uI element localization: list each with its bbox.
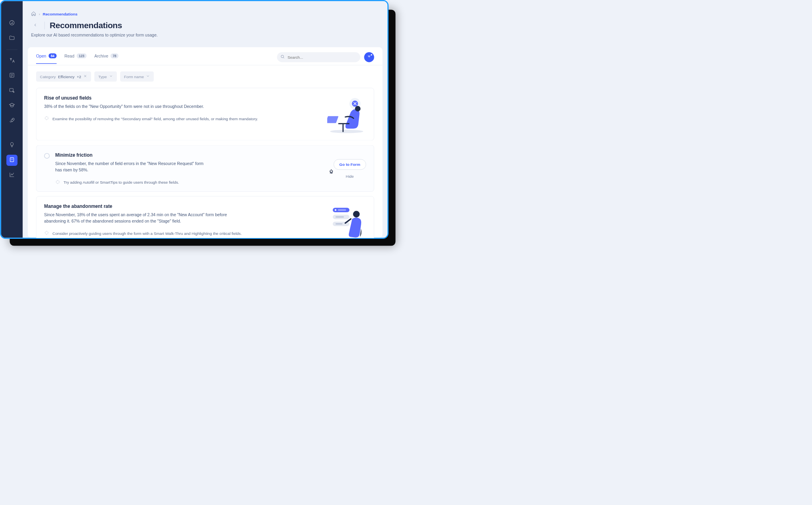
calculator-icon	[9, 157, 15, 164]
go-to-form-button[interactable]: Go to Form	[333, 159, 366, 170]
lightbulb-icon	[9, 142, 15, 149]
svg-point-30	[335, 209, 336, 211]
chevron-right-icon: ›	[39, 12, 40, 16]
svg-point-36	[353, 211, 360, 217]
card-description: Since November, 18% of the users spent a…	[44, 211, 238, 224]
card-suggestion: Examine the possibility of removing the …	[44, 115, 319, 121]
page-title: Recommendations	[50, 21, 122, 31]
filter-chip-type[interactable]: Type	[94, 71, 117, 82]
search-box	[277, 52, 360, 62]
indicator-dot	[371, 54, 372, 56]
breadcrumb-home[interactable]	[31, 11, 36, 17]
sidebar-item-rocket[interactable]	[6, 115, 17, 127]
card-title: Rise of unused fields	[44, 95, 319, 101]
card-content: Rise of unused fields 38% of the fields …	[44, 95, 319, 134]
tab-badge: 123	[77, 53, 86, 58]
svg-rect-26	[327, 116, 338, 123]
tab-badge: 84	[48, 53, 57, 58]
hide-link[interactable]: Hide	[346, 174, 354, 179]
chip-label: Type	[98, 74, 107, 79]
tab-open[interactable]: Open 84	[36, 53, 57, 64]
folder-icon	[9, 35, 15, 42]
card-description: Since November, the number of field erro…	[55, 160, 211, 173]
rocket-icon	[9, 117, 15, 124]
sparkle-icon	[44, 230, 49, 236]
list-icon	[9, 72, 15, 79]
svg-point-0	[10, 21, 14, 25]
svg-rect-8	[10, 157, 14, 161]
svg-rect-31	[338, 209, 346, 211]
tab-label: Archive	[94, 54, 108, 58]
tabs-row: Open 84 Read 123 Archive 78	[28, 47, 383, 65]
header-area: › Recommendations Recommendations Explor…	[23, 1, 387, 42]
sidebar-item-folder[interactable]	[6, 33, 17, 44]
content-panel: Open 84 Read 123 Archive 78	[28, 47, 383, 238]
search-input[interactable]	[277, 52, 360, 62]
back-button[interactable]	[31, 21, 39, 30]
svg-line-14	[283, 58, 284, 58]
sidebar-item-education[interactable]	[6, 100, 17, 111]
filter-chip-form-name[interactable]: Form name	[120, 71, 154, 82]
svg-point-7	[12, 119, 13, 120]
search-area	[277, 52, 374, 65]
card-illustration	[324, 204, 366, 238]
chevron-down-icon	[146, 74, 150, 79]
divider	[44, 22, 45, 30]
svg-rect-28	[343, 124, 344, 132]
sidebar-item-translate[interactable]	[6, 55, 17, 66]
sidebar	[1, 1, 23, 238]
filter-button[interactable]	[364, 52, 374, 62]
home-icon	[31, 13, 36, 17]
search-icon	[280, 54, 285, 60]
sidebar-item-list[interactable]	[6, 70, 17, 81]
chevron-down-icon	[109, 74, 113, 79]
page-subtitle: Explore our AI based recommendations to …	[31, 33, 379, 37]
radio-marker[interactable]	[44, 153, 50, 159]
close-icon[interactable]	[83, 74, 87, 79]
suggestion-text: Try adding Autofill or SmartTips to guid…	[63, 180, 179, 184]
suggestion-text: Examine the possibility of removing the …	[52, 116, 258, 121]
tab-archive[interactable]: Archive 78	[94, 53, 119, 64]
sparkle-icon	[44, 115, 49, 121]
chip-value: Efficiency	[58, 74, 75, 79]
recommendation-card[interactable]: Manage the abandonment rate Since Novemb…	[36, 196, 374, 238]
card-description: 38% of the fields on the "New Opportunit…	[44, 103, 238, 109]
sidebar-item-share[interactable]	[6, 85, 17, 96]
tab-label: Open	[36, 54, 46, 58]
filter-chips: Category Efficiency +2 Type Form name	[28, 65, 383, 84]
sidebar-item-dashboard[interactable]	[6, 18, 17, 29]
suggestion-text: Consider proactively guiding users throu…	[52, 231, 241, 235]
svg-rect-35	[335, 223, 343, 224]
chevron-left-icon	[33, 23, 37, 28]
tab-read[interactable]: Read 123	[64, 53, 86, 64]
svg-point-20	[330, 130, 363, 133]
card-content: Minimize friction Since November, the nu…	[55, 152, 319, 185]
svg-rect-27	[338, 123, 349, 124]
card-title: Minimize friction	[55, 152, 319, 158]
tab-label: Read	[64, 54, 74, 58]
sidebar-item-analytics[interactable]	[6, 170, 17, 181]
card-actions: Go to Form Hide	[324, 152, 366, 185]
recommendation-card[interactable]: Rise of unused fields 38% of the fields …	[36, 88, 374, 140]
title-row: Recommendations	[31, 21, 379, 31]
person-forms-illustration	[327, 204, 366, 238]
chip-label: Form name	[124, 74, 144, 79]
recommendation-card[interactable]: Minimize friction Since November, the nu…	[36, 145, 374, 191]
sidebar-item-recommendations[interactable]	[6, 155, 17, 166]
card-title: Manage the abandonment rate	[44, 204, 319, 209]
chip-extra: +2	[77, 74, 81, 79]
card-suggestion: Consider proactively guiding users throu…	[44, 230, 319, 236]
tabs: Open 84 Read 123 Archive 78	[36, 53, 277, 64]
main-content: › Recommendations Recommendations Explor…	[23, 1, 387, 238]
translate-icon	[9, 57, 15, 64]
gauge-icon	[9, 20, 15, 27]
sidebar-item-idea[interactable]	[6, 140, 17, 151]
filter-chip-category[interactable]: Category Efficiency +2	[36, 71, 91, 82]
cards-list: Rise of unused fields 38% of the fields …	[28, 84, 383, 238]
sparkle-icon	[55, 179, 60, 185]
card-suggestion: Try adding Autofill or SmartTips to guid…	[55, 179, 319, 185]
card-content: Manage the abandonment rate Since Novemb…	[44, 204, 319, 238]
tab-badge: 78	[111, 53, 119, 58]
card-illustration	[324, 95, 366, 134]
graduation-cap-icon	[9, 102, 15, 109]
